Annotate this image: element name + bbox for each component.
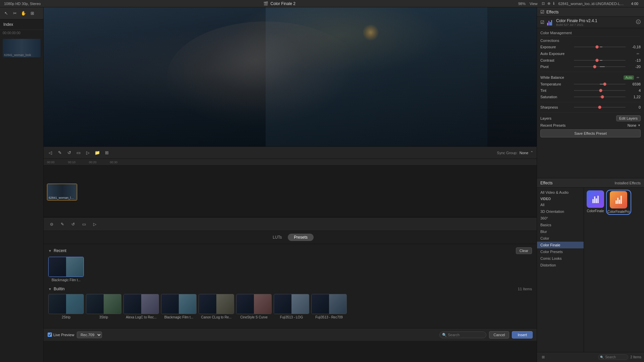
tl-icon-2[interactable]: ✎ [56, 149, 63, 156]
builtin-preset-thumb-5 [236, 294, 272, 314]
builtin-preset-thumb-4 [199, 294, 234, 314]
ie-cat-all-video[interactable]: All Video & Audio [537, 189, 584, 196]
rec-select[interactable]: Rec.709 [77, 331, 102, 338]
builtin-preset-name-4: Canon CLog to Re... [201, 315, 231, 319]
ie-cat-color-presets[interactable]: Color Presets [537, 248, 584, 255]
tint-label: Tint [540, 88, 574, 93]
ie-cat-all[interactable]: All [537, 201, 584, 208]
ie-cat-video-heading: VIDEO [537, 196, 584, 201]
saturation-slider[interactable] [574, 95, 626, 99]
effects-title: Effects [546, 10, 558, 14]
builtin-preset-4[interactable]: Canon CLog to Re... [199, 294, 234, 319]
share-icon[interactable]: ⊡ [542, 1, 545, 6]
none-dropdown[interactable]: None ▼ [628, 123, 641, 127]
contrast-label: Contrast [540, 58, 574, 62]
ie-cat-color-finale[interactable]: Color Finale [537, 242, 584, 248]
ie-cat-360[interactable]: 360° [537, 215, 584, 222]
ie-cat-basics[interactable]: Basics [537, 222, 584, 228]
ie-cat-blur[interactable]: Blur [537, 228, 584, 235]
wb-edit[interactable]: ✏ [635, 75, 641, 80]
sharpness-slider[interactable] [574, 105, 626, 110]
correction-tint: Tint 4 [540, 88, 641, 93]
builtin-preset-2[interactable]: Alexa LogC to Rec... [123, 294, 159, 319]
tl-icon-6[interactable]: 📁 [94, 149, 101, 156]
temperature-slider[interactable] [574, 82, 626, 86]
tab-luts[interactable]: LUTs [267, 234, 288, 241]
live-preview-check[interactable]: Live Preview [48, 333, 74, 337]
tint-slider[interactable] [574, 88, 626, 93]
tl-icon-1[interactable]: ◁ [47, 149, 54, 156]
tab-presets[interactable]: Presets [288, 234, 314, 241]
ie-cat-color[interactable]: Color [537, 235, 584, 242]
effects-check-icon[interactable]: ☑ [540, 9, 544, 14]
exposure-slider[interactable] [574, 45, 626, 49]
ie-plugin-0[interactable]: ColorFinale [587, 190, 604, 214]
thumbnail-label: 62841_woman_look [4, 53, 31, 57]
correction-sharpness: Sharpness 0 [540, 105, 641, 110]
ie-cat-comic-looks[interactable]: Comic Looks [537, 255, 584, 262]
cancel-button[interactable]: Cancel [489, 331, 509, 339]
save-effects-preset-button[interactable]: Save Effects Preset [540, 129, 641, 137]
auto-badge[interactable]: Auto [624, 75, 634, 80]
recent-chevron[interactable]: ▼ [48, 249, 52, 253]
ie-cat-3d[interactable]: 3D Orientation [537, 208, 584, 215]
tl-expand-icon[interactable]: ⌃ [530, 150, 533, 155]
ie-footer-grid-icon[interactable]: ⊞ [540, 354, 546, 361]
tool-blade[interactable]: ✂ [11, 10, 18, 17]
builtin-chevron[interactable]: ▼ [48, 287, 52, 291]
ie-plugin-1[interactable]: ColorFinalePro [607, 190, 631, 214]
ie-plugins-area: ColorFinale [584, 188, 644, 352]
plugin-settings-icon[interactable]: ✕ [636, 19, 641, 25]
presets-tb-3[interactable]: ↺ [69, 220, 77, 228]
people-icon[interactable]: ⊕ [547, 1, 550, 6]
edit-layers-button[interactable]: Edit Layers [616, 115, 641, 121]
tl-icon-4[interactable]: ▭ [75, 149, 82, 156]
tool-hand[interactable]: ✋ [20, 10, 27, 17]
recent-preset-thumb-0 [48, 257, 84, 277]
divider-3 [540, 112, 641, 113]
builtin-preset-5[interactable]: CineStyle S Curve [236, 294, 272, 319]
layers-row: Layers Edit Layers [540, 115, 641, 121]
tool-arrow[interactable]: ↖ [3, 10, 9, 17]
auto-exposure-edit[interactable]: ✏ [635, 51, 641, 56]
recent-preset-0[interactable]: Blackmagic Film t... [48, 257, 84, 282]
tl-icon-3[interactable]: ↺ [66, 149, 72, 156]
divider-1 [540, 72, 641, 72]
presets-tb-1[interactable]: ⊝ [48, 220, 56, 228]
presets-footer: Live Preview Rec.709 🔍 Cancel Insert [44, 328, 537, 341]
view-btn[interactable]: View [530, 2, 538, 6]
ie-cat-distortion[interactable]: Distortion [537, 262, 584, 268]
ie-search-icon: 🔍 [600, 356, 604, 359]
pivot-slider[interactable] [574, 64, 626, 69]
tool-zoom[interactable]: ⊞ [29, 10, 36, 17]
clear-button[interactable]: Clear [516, 247, 532, 254]
info-icon[interactable]: ℹ [553, 1, 554, 6]
tl-icon-5[interactable]: ▷ [85, 149, 91, 156]
presets-tb-2[interactable]: ✎ [58, 220, 66, 228]
insert-button[interactable]: Insert [512, 331, 533, 339]
zoom-level[interactable]: 98% [518, 2, 526, 6]
presets-tb-4[interactable]: ▭ [80, 220, 88, 228]
exposure-value: -0,18 [626, 45, 641, 49]
tl-icon-7[interactable]: ⊞ [103, 149, 110, 156]
live-preview-checkbox[interactable] [48, 333, 52, 337]
builtin-preset-1[interactable]: 3Strip [86, 294, 121, 319]
builtin-preset-name-6: Fuji3513 - LOG [280, 315, 303, 319]
timeline-ruler: 00:0000:1000:2000:30 [47, 161, 117, 164]
effects-header: ☑ Effects [537, 7, 644, 17]
sync-group-area: Sync Group: None ⌃ [497, 150, 533, 155]
timeline-clip-0[interactable]: 62841_woman_look [47, 184, 77, 200]
recent-preset-name-0: Blackmagic Film t... [52, 278, 81, 282]
correction-pivot: Pivot -20 [540, 64, 641, 69]
plugin-check-icon[interactable]: ☑ [540, 20, 544, 25]
builtin-preset-7[interactable]: Fuji3513 - Rec709 [311, 294, 347, 319]
contrast-slider[interactable] [574, 58, 626, 63]
presets-tb-5[interactable]: ▷ [91, 220, 99, 228]
top-bar-right: 98% View ⊡ ⊕ ℹ 62841_woman_loo..id-UNGRA… [518, 1, 640, 6]
wb-label: White Balance [540, 75, 574, 79]
wb-row: White Balance Auto ✏ [540, 75, 641, 80]
builtin-preset-0[interactable]: 2Strip [48, 294, 84, 319]
builtin-count: 11 Items [518, 287, 532, 291]
builtin-preset-6[interactable]: Fuji3513 - LOG [274, 294, 309, 319]
builtin-preset-3[interactable]: Blackmagic Film t... [161, 294, 197, 319]
